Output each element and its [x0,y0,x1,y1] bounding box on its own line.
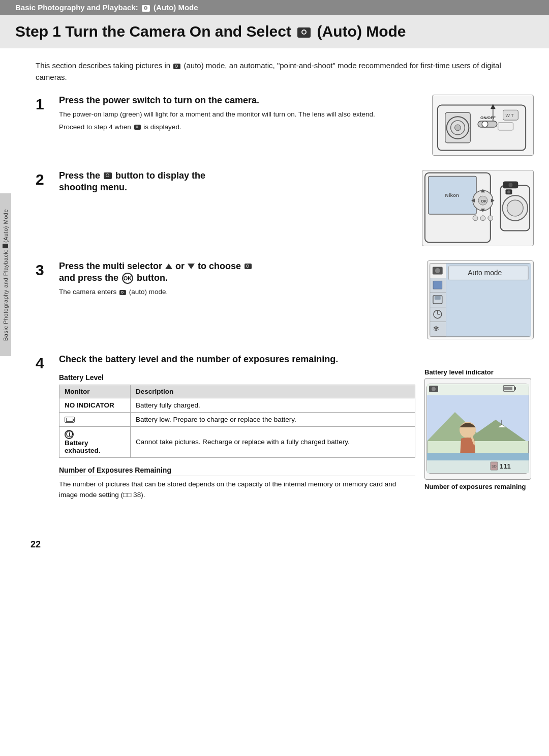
svg-rect-41 [435,296,441,300]
table-row: NO INDICATOR Battery fully charged. [59,398,415,412]
step-2: 2 Press the button to display theshootin… [36,170,534,246]
intro-text: This section describes taking pictures i… [36,60,534,83]
step-3: 3 Press the multi selector or to choose … [36,260,534,339]
noe-body: The number of pictures that can be store… [59,479,415,501]
exposure-label: Number of exposures remaining [424,483,534,490]
table-row: Battery low. Prepare to charge or replac… [59,412,415,426]
step-3-body: The camera enters (auto) mode. [59,287,418,298]
svg-rect-38 [433,281,442,289]
svg-rect-54 [514,387,516,390]
step-2-diagram: Nikon OK [422,170,534,246]
step-2-svg: Nikon OK [422,170,533,246]
step-1-content: Press the power switch to turn on the ca… [59,95,534,156]
content: This section describes taking pictures i… [0,48,549,526]
battery-table: Monitor Description NO INDICATOR Battery… [59,385,415,458]
step-1-svg: ON/OFF W T [433,95,533,156]
desc-battery-low: Battery low. Prepare to charge or replac… [131,412,415,426]
svg-point-32 [507,190,510,193]
monitor-no-indicator: NO INDICATOR [59,398,131,412]
step-3-number: 3 [36,260,59,339]
svg-text:Auto mode: Auto mode [468,269,502,277]
svg-rect-55 [504,387,512,390]
battery-indicator-label: Battery level indicator [424,368,534,376]
svg-point-24 [480,215,485,220]
step-4-right: Battery level indicator [424,368,534,501]
svg-text:OK: OK [481,199,487,203]
step-4-diagram: SD 111 [424,378,531,480]
svg-point-25 [488,215,493,220]
step-4-number: 4 [36,354,59,501]
step-4-content: Check the battery level and the number o… [59,354,534,501]
svg-rect-66 [427,460,529,473]
monitor-battery-low [59,412,131,426]
svg-point-4 [455,125,461,131]
table-header-monitor: Monitor [59,385,131,398]
svg-point-23 [473,215,478,220]
desc-battery-exhausted: Cannot take pictures. Recharge or replac… [131,426,415,457]
step-2-heading: Press the button to display theshooting … [59,170,413,194]
svg-rect-12 [498,123,513,130]
battery-level-label: Battery Level [59,373,415,382]
svg-point-57 [432,387,436,391]
svg-text:SD: SD [492,464,497,468]
noe-heading: Number of Exposures Remaining [59,466,415,476]
step-1-diagram: ON/OFF W T [432,95,534,156]
desc-fully-charged: Battery fully charged. [131,398,415,412]
step-1-body: The power-on lamp (green) will light for… [59,109,423,133]
svg-text:W   T: W T [506,113,514,118]
step-3-content: Press the multi selector or to choose an… [59,260,534,339]
svg-text:ON/OFF: ON/OFF [480,115,496,120]
svg-text:111: 111 [500,462,511,470]
step-2-content: Press the button to display theshooting … [59,170,534,246]
svg-point-36 [435,268,440,273]
step-4-heading: Check the battery level and the number o… [59,354,534,365]
svg-point-30 [508,183,512,187]
table-header-description: Description [131,385,415,398]
table-row: ⓘ Batteryexhausted. Cannot take pictures… [59,426,415,457]
step-3-svg: ✾ Auto mode [428,260,533,339]
svg-rect-39 [430,293,446,307]
page-number: 22 [15,539,534,550]
svg-text:Nikon: Nikon [445,192,459,198]
header-text: Basic Photography and Playback: (Auto) M… [15,3,198,12]
main-title-bar: Step 1 Turn the Camera On and Select (Au… [0,15,549,48]
noe-section: Number of Exposures Remaining The number… [59,466,415,501]
step-1-heading: Press the power switch to turn on the ca… [59,95,423,106]
svg-point-28 [507,200,523,216]
main-title: Step 1 Turn the Camera On and Select (Au… [15,23,534,40]
page-footer: 22 [0,526,549,554]
svg-text:✾: ✾ [433,325,439,333]
step-1-number: 1 [36,95,59,156]
step-2-number: 2 [36,170,59,246]
step-3-heading: Press the multi selector or to choose an… [59,260,418,284]
top-header: Basic Photography and Playback: (Auto) M… [0,0,549,15]
step-3-diagram: ✾ Auto mode [427,260,534,339]
svg-point-7 [482,121,488,127]
monitor-battery-exhausted: ⓘ Batteryexhausted. [59,426,131,457]
step-1: 1 Press the power switch to turn on the … [36,95,534,156]
step-4-svg: SD 111 [424,382,531,476]
step-4: 4 Check the battery level and the number… [36,354,534,501]
